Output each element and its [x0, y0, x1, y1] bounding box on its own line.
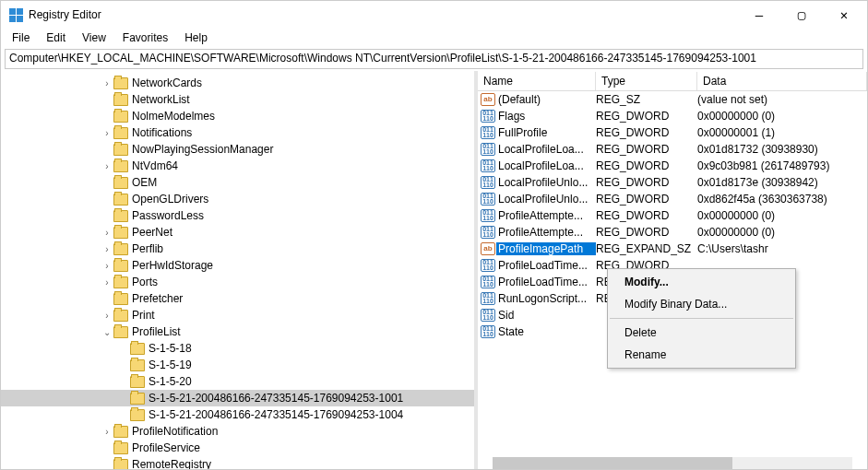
value-name: LocalProfileUnlo...: [496, 176, 596, 189]
value-row[interactable]: 011110FlagsREG_DWORD0x00000000 (0): [478, 108, 867, 124]
ctx-rename[interactable]: Rename: [608, 344, 795, 366]
folder-icon: [113, 442, 128, 454]
chevron-right-icon[interactable]: ›: [101, 228, 113, 238]
value-row[interactable]: ab(Default)REG_SZ(value not set): [478, 91, 867, 108]
registry-tree[interactable]: ›NetworkCardsNetworkListNolmeModelmes›No…: [1, 71, 474, 470]
regedit-icon: [8, 7, 23, 22]
tree-item[interactable]: S-1-5-18: [1, 340, 474, 357]
tree-item-label: Perflib: [132, 242, 163, 255]
tree-item[interactable]: ›PerHwIdStorage: [1, 257, 474, 274]
folder-icon: [113, 160, 128, 172]
value-type: REG_DWORD: [596, 193, 697, 206]
tree-item[interactable]: S-1-5-19: [1, 357, 474, 373]
ctx-modify-binary[interactable]: Modify Binary Data...: [608, 293, 795, 315]
value-name: Flags: [496, 110, 596, 123]
value-name: ProfileImagePath: [496, 242, 596, 255]
reg-binary-icon: 011110: [480, 142, 496, 157]
tree-item[interactable]: NolmeModelmes: [1, 108, 474, 124]
menu-help[interactable]: Help: [177, 29, 215, 46]
tree-item[interactable]: NowPlayingSessionManager: [1, 141, 474, 158]
tree-item[interactable]: S-1-5-20: [1, 373, 474, 390]
menu-file[interactable]: File: [5, 29, 37, 46]
header-name[interactable]: Name: [478, 72, 596, 90]
tree-item-label: ProfileList: [132, 325, 181, 338]
tree-item[interactable]: ⌄ProfileList: [1, 323, 474, 340]
value-data: 0xd862f45a (3630363738): [697, 193, 867, 206]
reg-binary-icon: 011110: [480, 308, 496, 323]
horizontal-scrollbar[interactable]: [478, 456, 867, 470]
reg-string-icon: ab: [480, 241, 496, 256]
reg-binary-icon: 011110: [480, 125, 496, 140]
header-type[interactable]: Type: [596, 72, 697, 90]
reg-binary-icon: 011110: [480, 291, 496, 306]
tree-item[interactable]: ›Ports: [1, 274, 474, 290]
chevron-right-icon[interactable]: ›: [101, 277, 113, 288]
value-row[interactable]: 011110LocalProfileUnlo...REG_DWORD0x01d8…: [478, 174, 867, 191]
ctx-separator: [610, 318, 793, 319]
chevron-down-icon[interactable]: ⌄: [101, 327, 113, 337]
tree-item[interactable]: Prefetcher: [1, 290, 474, 307]
menubar: File Edit View Favorites Help: [1, 29, 867, 47]
tree-item-label: Notifications: [132, 126, 192, 139]
tree-item[interactable]: ProfileService: [1, 440, 474, 456]
chevron-right-icon[interactable]: ›: [101, 161, 113, 171]
folder-icon: [113, 243, 128, 255]
value-row[interactable]: 011110LocalProfileLoa...REG_DWORD0x9c03b…: [478, 158, 867, 174]
tree-item-label: RemoteRegistry: [132, 458, 211, 470]
ctx-modify[interactable]: Modify...: [608, 271, 795, 293]
value-row[interactable]: 011110ProfileAttempte...REG_DWORD0x00000…: [478, 224, 867, 241]
value-row[interactable]: 011110LocalProfileUnlo...REG_DWORD0xd862…: [478, 191, 867, 207]
value-header: Name Type Data: [478, 71, 867, 91]
value-type: REG_DWORD: [596, 143, 697, 156]
tree-item-label: NetworkCards: [132, 76, 202, 89]
tree-item[interactable]: ›Notifications: [1, 124, 474, 141]
context-menu: Modify... Modify Binary Data... Delete R…: [607, 268, 796, 369]
tree-item[interactable]: ›Perflib: [1, 241, 474, 257]
tree-item[interactable]: S-1-5-21-200486166-247335145-1769094253-…: [1, 390, 474, 406]
address-bar[interactable]: Computer\HKEY_LOCAL_MACHINE\SOFTWARE\Mic…: [5, 49, 863, 69]
tree-item[interactable]: ›PeerNet: [1, 224, 474, 241]
menu-view[interactable]: View: [75, 29, 113, 46]
folder-icon: [113, 177, 128, 189]
tree-item[interactable]: ›NetworkCards: [1, 75, 474, 91]
chevron-right-icon[interactable]: ›: [101, 128, 113, 138]
chevron-right-icon[interactable]: ›: [101, 427, 113, 437]
menu-favorites[interactable]: Favorites: [115, 29, 175, 46]
folder-icon: [113, 310, 128, 322]
value-type: REG_SZ: [596, 93, 697, 106]
value-row[interactable]: 011110LocalProfileLoa...REG_DWORD0x01d81…: [478, 141, 867, 158]
folder-icon: [130, 409, 145, 421]
tree-item[interactable]: NetworkList: [1, 91, 474, 108]
tree-item[interactable]: PasswordLess: [1, 207, 474, 224]
folder-icon: [113, 77, 128, 89]
tree-item[interactable]: OEM: [1, 174, 474, 191]
tree-item[interactable]: OpenGLDrivers: [1, 191, 474, 207]
tree-item[interactable]: ›Print: [1, 307, 474, 323]
tree-item-label: S-1-5-21-200486166-247335145-1769094253-…: [149, 392, 403, 405]
tree-item-label: S-1-5-19: [149, 358, 192, 371]
value-row[interactable]: abProfileImagePathREG_EXPAND_SZC:\Users\…: [478, 241, 867, 257]
menu-edit[interactable]: Edit: [39, 29, 73, 46]
tree-item-label: Print: [132, 309, 155, 322]
value-row[interactable]: 011110ProfileAttempte...REG_DWORD0x00000…: [478, 207, 867, 224]
tree-item-label: NtVdm64: [132, 159, 178, 172]
maximize-button[interactable]: ▢: [780, 1, 823, 29]
chevron-right-icon[interactable]: ›: [101, 78, 113, 88]
reg-binary-icon: 011110: [480, 109, 496, 123]
chevron-right-icon[interactable]: ›: [101, 244, 113, 254]
tree-item[interactable]: ›NtVdm64: [1, 158, 474, 174]
chevron-right-icon[interactable]: ›: [101, 311, 113, 321]
value-row[interactable]: 011110FullProfileREG_DWORD0x00000001 (1): [478, 124, 867, 141]
value-data: C:\Users\tashr: [697, 242, 867, 255]
chevron-right-icon[interactable]: ›: [101, 261, 113, 271]
value-type: REG_EXPAND_SZ: [596, 242, 697, 255]
tree-item[interactable]: RemoteRegistry: [1, 456, 474, 470]
tree-item-label: NowPlayingSessionManager: [132, 143, 273, 156]
ctx-delete[interactable]: Delete: [608, 322, 795, 344]
tree-item[interactable]: S-1-5-21-200486166-247335145-1769094253-…: [1, 406, 474, 423]
tree-item[interactable]: ›ProfileNotification: [1, 423, 474, 440]
close-button[interactable]: ✕: [823, 1, 865, 29]
header-data[interactable]: Data: [697, 72, 867, 90]
minimize-button[interactable]: —: [738, 1, 780, 29]
value-name: RunLogonScript...: [496, 292, 596, 305]
